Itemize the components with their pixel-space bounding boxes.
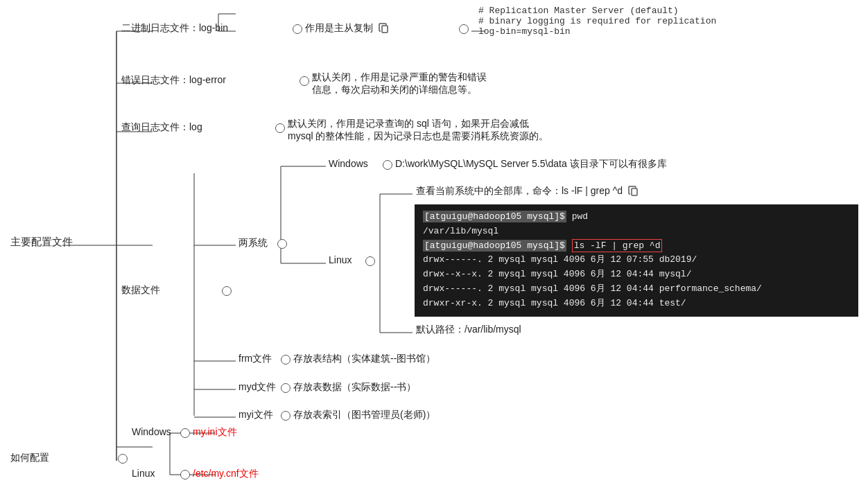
terminal-line-7: drwxr-xr-x. 2 mysql mysql 4096 6月 12 04:…: [423, 297, 850, 311]
terminal-line-4: drwx------. 2 mysql mysql 4096 6月 12 07:…: [423, 253, 850, 267]
config-windows-label: Windows: [132, 426, 171, 437]
myi-file-node: myi文件: [238, 409, 273, 421]
terminal-line-2: /var/lib/mysql: [423, 225, 850, 239]
binary-log-dash: [291, 23, 304, 34]
config-linux-dash: [179, 468, 191, 480]
query-log-dash: [274, 122, 286, 133]
query-log-desc: 默认关闭，作用是记录查询的 sql 语句，如果开启会减低mysql 的整体性能，…: [288, 118, 548, 143]
myi-desc: 存放表索引（图书管理员(老师)）: [293, 409, 435, 421]
replication-comment: # Replication Master Server (default) # …: [478, 6, 716, 37]
linux-dash: [364, 255, 376, 266]
config-windows-file: my.ini文件: [193, 426, 237, 439]
terminal-block: [atguigu@hadoop105 mysql]$ pwd /var/lib/…: [415, 204, 858, 317]
config-windows-dash: [179, 427, 191, 438]
myd-desc: 存放表数据（实际数据--书）: [293, 381, 416, 394]
svg-rect-28: [632, 188, 637, 195]
myi-dash: [279, 410, 292, 421]
binary-log-dash2: [458, 23, 470, 34]
terminal-line-1: [atguigu@hadoop105 mysql]$ pwd: [423, 210, 850, 225]
windows-desc: D:\work\MySQL\MySQL Server 5.5\data 该目录下…: [395, 158, 667, 170]
error-log-node: 错误日志文件：log-error: [121, 74, 226, 87]
view-cmd-text: 查看当前系统中的全部库，命令：ls -lF | grep ^d: [416, 185, 639, 197]
data-files-dash: [220, 285, 233, 296]
svg-rect-27: [382, 26, 388, 33]
binary-log-desc: 作用是主从复制: [305, 22, 390, 35]
myd-dash: [279, 382, 292, 393]
frm-file-node: frm文件: [238, 353, 272, 365]
copy-icon[interactable]: [379, 23, 390, 34]
data-files-node: 数据文件: [121, 284, 160, 297]
copy-icon-2[interactable]: [628, 186, 639, 197]
error-log-dash: [298, 75, 311, 86]
config-linux-file: /etc/my.cnf文件: [193, 468, 259, 480]
terminal-line-3: [atguigu@hadoop105 mysql]$ ls -lF | grep…: [423, 239, 850, 254]
two-systems-dash: [276, 238, 288, 249]
default-path: 默认路径：/var/lib/mysql: [416, 324, 521, 336]
terminal-line-5: drwx--x--x. 2 mysql mysql 4096 6月 12 04:…: [423, 267, 850, 282]
windows-node: Windows: [329, 158, 368, 169]
linux-node: Linux: [329, 254, 351, 265]
myd-file-node: myd文件: [238, 381, 276, 394]
query-log-node: 查询日志文件：log: [121, 121, 202, 134]
config-node: 如何配置: [10, 452, 49, 464]
terminal-line-6: drwx------. 2 mysql mysql 4096 6月 12 04:…: [423, 282, 850, 297]
main-node: 主要配置文件: [10, 236, 73, 249]
config-linux-label: Linux: [132, 468, 155, 479]
two-systems-node: 两系统: [238, 237, 268, 249]
windows-dash: [381, 159, 394, 170]
binary-log-node: 二进制日志文件：log-bin: [121, 22, 228, 35]
config-dash: [116, 453, 129, 464]
frm-desc: 存放表结构（实体建筑--图书馆）: [293, 353, 435, 365]
error-log-desc: 默认关闭，作用是记录严重的警告和错误信息，每次启动和关闭的详细信息等。: [312, 71, 487, 96]
frm-dash: [279, 353, 292, 364]
mindmap-canvas: 主要配置文件 二进制日志文件：log-bin 作用是主从复制 # Replica…: [0, 0, 868, 492]
